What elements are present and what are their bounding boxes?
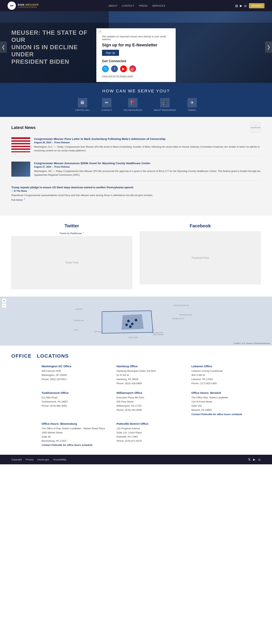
news-title-external[interactable]: Trump repeats pledge to ensure US Steel … xyxy=(11,186,261,189)
navbar-right: ▤ ▶ ◎ SEARCH xyxy=(235,3,264,8)
congressman-name: DAN MEUSER xyxy=(18,3,39,6)
footer-social: 𝕏 ▶ ◎ xyxy=(248,458,261,461)
serve-item-about[interactable]: 🎓 About Resources xyxy=(154,98,176,111)
modal-instagram-icon[interactable]: ◎ xyxy=(129,66,136,72)
svg-text:DETROIT: DETROIT xyxy=(76,308,83,310)
footer-twitter-x-icon[interactable]: 𝕏 xyxy=(248,458,250,461)
office-hamburg-details: Hamburg Municipal Center 2nd floor 61 N … xyxy=(116,369,186,386)
footer-youtube-icon[interactable]: ▶ xyxy=(253,458,255,461)
nav-instagram-icon[interactable]: ◎ xyxy=(244,4,247,8)
modal-facebook-icon[interactable]: f xyxy=(111,66,118,72)
footer-copyright[interactable]: Copyright xyxy=(11,458,22,461)
office-hamburg: Hamburg Office Hamburg Municipal Center … xyxy=(116,364,186,386)
news-excerpt-2: Washington, DC — Today, Congressman Dan … xyxy=(34,169,261,177)
map-leaflet-attribution: Leaflet | U.S. House of Representatives xyxy=(234,342,270,344)
serve-item-contact[interactable]: ✏ Contact xyxy=(101,98,112,111)
serve-heading: HOW CAN WE SERVE YOU? xyxy=(8,88,264,94)
nav-about[interactable]: ABOUT xyxy=(108,4,117,7)
office-hamburg-name: Hamburg Office xyxy=(116,364,186,368)
modal-twitter-icon[interactable]: 𝕏 xyxy=(102,66,109,72)
news-tag-1[interactable]: Press Release xyxy=(54,141,70,144)
office-pottsville-name: Pottsville District Office xyxy=(116,422,186,425)
svg-point-19 xyxy=(129,326,132,328)
twitter-handle[interactable]: Tweets by RepMeuser ↗ xyxy=(11,232,132,235)
footer-house-gov[interactable]: House.gov xyxy=(37,458,49,461)
latest-news-heading: Latest News xyxy=(11,125,36,130)
footer-links: Copyright Privacy House.gov Accessibilit… xyxy=(11,458,66,461)
svg-point-20 xyxy=(135,319,137,322)
map-controls: + − xyxy=(2,298,7,308)
news-full-article-link[interactable]: Full Article ↗ xyxy=(11,198,25,201)
serve-item-travel[interactable]: ✈ Travel xyxy=(187,98,197,111)
office-lebanon-name: Lebanon Office xyxy=(191,364,261,368)
serve-item-about-label: About Resources xyxy=(154,109,176,111)
twitter-heading: Twitter xyxy=(11,223,132,228)
news-meta-1: August 29, 2024 | Press Release xyxy=(34,141,261,144)
news-tag-2[interactable]: Press Release xyxy=(54,166,70,168)
footer-instagram-icon[interactable]: ◎ xyxy=(258,458,261,461)
about-icon: 🎓 xyxy=(160,98,170,108)
office-berwick-name: Office Hours: Berwick xyxy=(191,391,261,394)
modal-heading: Sign up for my E-Newsletter xyxy=(102,42,170,48)
office-williamsport: Williamsport Office Executive Plaza 4th … xyxy=(116,391,186,416)
nav-contact[interactable]: CONTACT xyxy=(122,4,134,7)
news-item-external: Trump repeats pledge to ensure US Steel … xyxy=(11,186,261,204)
navbar-social: ▤ ▶ ◎ xyxy=(235,4,247,8)
modal-description: Get updates on important issues sent dir… xyxy=(102,35,170,41)
navbar-name-block: DAN MEUSER CONGRESSMAN xyxy=(18,3,39,8)
modal-close-button[interactable]: X xyxy=(98,30,102,34)
serve-item-capitol[interactable]: 🏛 Capitol Hill xyxy=(75,98,90,111)
news-item-2: Congressman Meuser Announces $200k Grant… xyxy=(11,162,261,180)
nav-youtube-icon[interactable]: ▶ xyxy=(240,4,242,8)
search-button[interactable]: SEARCH xyxy=(249,3,264,8)
modal-signup-button[interactable]: Sign Up xyxy=(102,50,119,56)
news-title-1[interactable]: Congressman Meuser Pens Letter to Mark Z… xyxy=(34,137,261,140)
serve-item-resources[interactable]: 🚩 The Resources xyxy=(123,98,143,111)
nav-facebook-icon[interactable]: ▤ xyxy=(235,4,238,8)
office-lebanon-details: Lebanon County Courthouse 400 S 8th St L… xyxy=(191,369,261,386)
twitter-col: Twitter Tweets by RepMeuser ↗ Twitter Fe… xyxy=(11,223,132,289)
office-pottsville: Pottsville District Office 121 Progress … xyxy=(116,422,186,447)
office-washington-dc-details: 350 Cannon HOB Washington, DC 20003 Phon… xyxy=(42,369,111,382)
svg-text:RHODE ISLAND: RHODE ISLAND xyxy=(179,314,192,316)
office-tunkhannock: Tunkhannock Office 511 Mile Road Tunkhan… xyxy=(42,391,111,416)
offices-heading: OFFICE LOCATIONS xyxy=(11,353,261,359)
news-tag-external[interactable]: In The News xyxy=(14,190,27,192)
news-date-2: August 27, 2024 xyxy=(34,166,51,168)
office-bloomsburg: Office Hours: Bloomsburg The Office of R… xyxy=(42,422,111,447)
svg-text:MARYLAND: MARYLAND xyxy=(128,336,138,338)
svg-text:CLEVELAND: CLEVELAND xyxy=(74,320,84,322)
svg-text:NEW JERSEY: NEW JERSEY xyxy=(153,334,164,336)
news-item-1: Congressman Meuser Pens Letter to Mark Z… xyxy=(11,137,261,156)
navbar-logo[interactable]: DM DAN MEUSER CONGRESSMAN xyxy=(8,2,39,10)
footer-privacy[interactable]: Privacy xyxy=(26,458,34,461)
news-content-1: Congressman Meuser Pens Letter to Mark Z… xyxy=(34,137,261,152)
modal-connected-heading: Get Connected xyxy=(102,59,170,63)
serve-item-capitol-label: Capitol Hill xyxy=(75,109,90,111)
serve-item-resources-label: The Resources xyxy=(123,109,143,111)
map-zoom-in[interactable]: + xyxy=(2,298,7,303)
serve-icons: 🏛 Capitol Hill ✏ Contact 🚩 The Resources… xyxy=(8,98,264,111)
offices-section: OFFICE LOCATIONS Washington DC Office 35… xyxy=(0,346,272,455)
office-berwick-contact-link[interactable]: Contact Pottsville for office hours sche… xyxy=(191,413,242,416)
news-title-2[interactable]: Congressman Meuser Announces $200k Grant… xyxy=(34,162,261,165)
logo-circle: DM xyxy=(8,2,16,10)
office-bloomsburg-contact-link[interactable]: Contact Pottsville for office hours sche… xyxy=(42,444,92,446)
news-excerpt-external: Republican Congressional representatives… xyxy=(11,194,261,197)
office-tunkhannock-name: Tunkhannock Office xyxy=(42,391,111,394)
footer-accessibility[interactable]: Accessibility xyxy=(53,458,66,461)
news-meta-external: | In The News xyxy=(11,190,261,192)
map-zoom-out[interactable]: − xyxy=(2,303,7,308)
svg-text:MASSACHUSETTS: MASSACHUSETTS xyxy=(174,304,189,306)
nav-services[interactable]: SERVICES xyxy=(152,4,166,7)
svg-point-21 xyxy=(125,324,128,326)
modal-dismiss-link[interactable]: Close and do not display again xyxy=(102,75,170,78)
latest-news-header: Latest News reCAPTCHA xyxy=(11,122,261,133)
office-bloomsburg-name: Office Hours: Bloomsburg xyxy=(42,422,111,425)
office-tunkhannock-details: 511 Mile Road Tunkhannock, PA 18657 Phon… xyxy=(42,396,111,408)
modal-youtube-icon[interactable]: ▶ xyxy=(120,66,127,72)
nav-press[interactable]: PRESS xyxy=(139,4,148,7)
latest-news-section: Latest News reCAPTCHA Congressman Meuser… xyxy=(0,117,272,216)
social-section: Twitter Tweets by RepMeuser ↗ Twitter Fe… xyxy=(0,216,272,296)
news-meta-2: August 27, 2024 | Press Release xyxy=(34,166,261,168)
